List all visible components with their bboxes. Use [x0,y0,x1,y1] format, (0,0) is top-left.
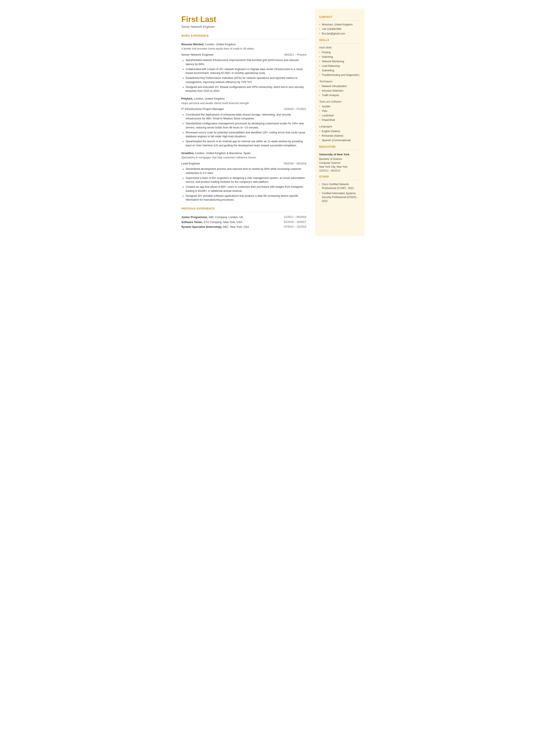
contact-divider [319,20,360,20]
previous-experience-label: PREVIOUS EXPERIENCE [182,207,306,210]
technique-virtualization: Network Virtualization [319,84,360,88]
work-experience-divider [182,39,306,39]
technique-intrusion: Intrusion Detection [319,89,360,93]
prev-company-bold-3: System Specialist (Internship), [182,225,222,228]
company-location-2: London, United Kingdom [194,97,225,100]
company-location-3: London, United Kingdom & Barcelona, Spai… [195,152,251,155]
hard-skills-list: Routing Switching Network Monitoring Loa… [319,50,360,77]
company-tagline-1: A lender that provides home equity lines… [182,47,306,51]
previous-experience-divider [182,212,306,212]
resume-page: First Last Senior Network Engineer WORK … [171,0,365,245]
company-tagline-3: Specializes in mortgages that help custo… [182,155,306,160]
education-divider [319,150,360,150]
contact-phone: +44 1234567890 [319,27,360,31]
other-divider [319,180,360,180]
languages-list: English (Native) Romanian (Native) Spani… [319,129,360,142]
edu-degree: Bachelor of Science [319,157,360,161]
skill-troubleshooting: Troubleshooting and Diagnostics [319,73,360,77]
skill-subnetting: Subnetting [319,69,360,72]
skill-switching: Switching [319,55,360,59]
company-tagline-2: Helps personal and wealth clients build … [182,101,306,105]
bullet-2-3: Reviewed source code for potential vulne… [186,130,306,139]
job-row-2: IT Infrastructure Project Manager 10/201… [182,107,306,111]
company-header-3: Growthsi, London, United Kingdom & Barce… [182,151,306,155]
tool-visio: Visio [319,109,360,113]
company-name-1: Resume Worded, [182,43,204,46]
other-item-2: Certified Information Systems Security P… [319,191,360,203]
contact-address: Wrexham, United Kingdom [319,23,360,26]
prev-dates-3: 07/2014 – 12/2015 [284,225,306,229]
bullet-2-1: Coordinated the deployment of enterprise… [186,113,306,121]
job-block-2: Polyhire, London, United Kingdom Helps p… [182,97,306,148]
skill-network-monitoring: Network Monitoring [319,60,360,63]
bullet-2-2: Standardized configuration management pr… [186,122,306,130]
skills-label: SKILLS [319,38,360,42]
prev-dates-2: 01/2016 – 10/2017 [284,220,306,224]
bullet-2-4: Spearheaded the launch of an Android app… [186,139,306,148]
edu-location: New York City, New York [319,165,360,169]
bullet-1-2: Collaborated with a team of 20+ network … [186,67,306,75]
job-title-2: IT Infrastructure Project Manager [182,107,224,111]
tool-lucidchart: Lucidchart [319,114,360,118]
prev-exp-row-2: Software Tester, XYZ Company, New York, … [182,220,306,224]
job-dates-2: 10/2019 – 07/2021 [284,107,306,111]
tool-powershell: PowerShell [319,118,360,122]
education-label: EDUCATION [319,145,360,149]
bullet-3-1: Streamlined development process and redu… [186,167,306,175]
prev-dates-1: 11/2017 – 05/2018 [284,215,306,219]
tools-label: Tools and Software: [319,100,360,104]
lang-romanian: Romanian (Native) [319,134,360,138]
job-title-3: Lead Engineer [182,161,200,166]
company-name-2: Polyhire, [182,97,193,100]
bullet-1-3: Established Key Performance Indicators (… [186,76,306,84]
other-label: OTHER [319,175,360,179]
job-bullets-3: Streamlined development process and redu… [182,167,306,202]
languages-label: Languages: [319,125,360,128]
other-item-1: Cisco Certified Network Professional (CC… [319,182,360,190]
prev-company-rest-1: ABC Company, London, UK [208,215,243,219]
contact-email: first.last@gmail.com [319,32,360,36]
prev-company-rest-3: ABC, New York, USA [222,225,249,228]
job-block-3: Growthsi, London, United Kingdom & Barce… [182,151,306,202]
company-header-2: Polyhire, London, United Kingdom [182,97,306,101]
lang-spanish: Spanish (Conversational) [319,138,360,142]
edu-school: University of New York [319,153,360,157]
bullet-3-3: Created an app that allows 8,000+ users … [186,185,306,193]
hard-skills-label: Hard Skills: [319,46,360,49]
tool-ansible: Ansible [319,104,360,108]
skill-routing: Routing [319,50,360,54]
contact-label: CONTACT [319,15,360,19]
company-header-1: Resume Worded, London, United Kingdom [182,42,306,46]
contact-list: Wrexham, United Kingdom +44 1234567890 f… [319,23,360,36]
bullet-3-2: Supervised a team of 50+ engineers in de… [186,176,306,184]
techniques-label: Techniques: [319,79,360,83]
job-block-1: Resume Worded, London, United Kingdom A … [182,42,306,93]
prev-exp-row-3: System Specialist (Internship), ABC, New… [182,225,306,229]
prev-exp-row-1: Junior Programmer, ABC Company, London, … [182,215,306,219]
job-bullets-2: Coordinated the deployment of enterprise… [182,113,306,148]
prev-left-3: System Specialist (Internship), ABC, New… [182,225,284,229]
edu-field: Computer Science [319,161,360,165]
job-bullets-1: Spearheaded network infrastructure impro… [182,58,306,93]
company-name-3: Growthsi, [182,152,194,155]
job-title-1: Senior Network Engineer [182,53,214,57]
candidate-title: Senior Network Engineer [182,25,306,29]
edu-dates: 10/2011 - 06/2014 [319,169,360,173]
lang-english: English (Native) [319,129,360,133]
job-dates-1: 08/2021 – Present [284,53,306,57]
bullet-3-4: Designed 20+ portable software applicati… [186,194,306,202]
prev-left-2: Software Tester, XYZ Company, New York, … [182,220,284,224]
main-column: First Last Senior Network Engineer WORK … [171,9,315,236]
prev-company-bold-2: Software Tester, [182,220,203,224]
prev-left-1: Junior Programmer, ABC Company, London, … [182,215,284,219]
bullet-1-4: Designed and executed 10+ firewall confi… [186,85,306,93]
prev-company-bold-1: Junior Programmer, [182,215,208,219]
job-row-3: Lead Engineer 06/2018 – 09/2019 [182,161,306,166]
work-experience-label: WORK EXPERIENCE [182,34,306,38]
candidate-name: First Last [182,15,306,24]
prev-company-rest-2: XYZ Company, New York, USA [203,220,242,224]
bullet-1-1: Spearheaded network infrastructure impro… [186,58,306,66]
tools-list: Ansible Visio Lucidchart PowerShell [319,104,360,122]
skill-load-balancing: Load Balancing [319,64,360,68]
sidebar: CONTACT Wrexham, United Kingdom +44 1234… [315,9,365,236]
